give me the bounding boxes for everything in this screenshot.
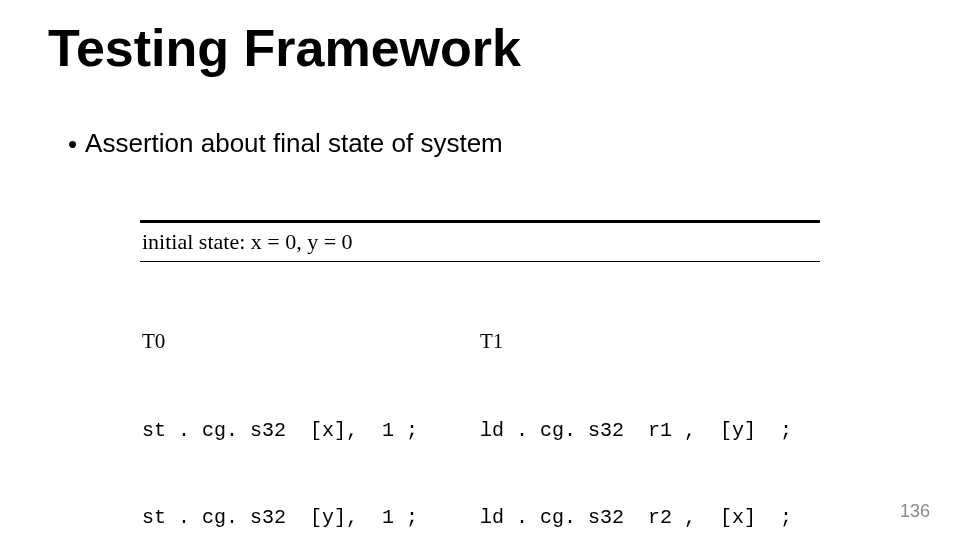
- slide-title: Testing Framework: [48, 18, 521, 78]
- thread0-line0: st . cg. s32 [x], 1 ;: [142, 416, 480, 445]
- thread-col-0: T0 st . cg. s32 [x], 1 ; st . cg. s32 [y…: [142, 268, 480, 540]
- thread-name-1: T1: [480, 326, 818, 356]
- initial-label: initial state:: [142, 229, 245, 254]
- slide: Testing Framework • Assertion about fina…: [0, 0, 960, 540]
- page-number: 136: [900, 501, 930, 522]
- thread-col-1: T1 ld . cg. s32 r1 , [y] ; ld . cg. s32 …: [480, 268, 818, 540]
- thread0-line1: st . cg. s32 [y], 1 ;: [142, 503, 480, 532]
- initial-state-row: initial state: x = 0, y = 0: [140, 223, 820, 261]
- thread1-line0: ld . cg. s32 r1 , [y] ;: [480, 416, 818, 445]
- thread-name-0: T0: [142, 326, 480, 356]
- bullet-marker: •: [68, 128, 77, 162]
- thread1-line1: ld . cg. s32 r2 , [x] ;: [480, 503, 818, 532]
- initial-expr: x = 0, y = 0: [251, 229, 353, 254]
- code-table: initial state: x = 0, y = 0 T0 st . cg. …: [140, 220, 820, 540]
- bullet-text: Assertion about final state of system: [85, 128, 503, 159]
- threads-block: T0 st . cg. s32 [x], 1 ; st . cg. s32 [y…: [140, 262, 820, 540]
- bullet-item: • Assertion about final state of system: [68, 128, 503, 162]
